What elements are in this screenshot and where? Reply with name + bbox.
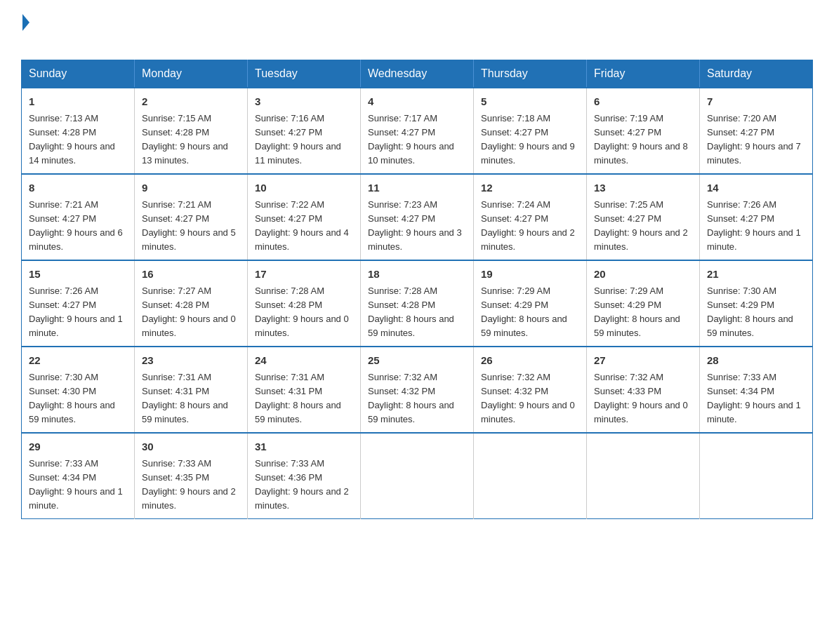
day-info: Sunrise: 7:16 AMSunset: 4:27 PMDaylight:… <box>255 113 341 166</box>
day-info: Sunrise: 7:31 AMSunset: 4:31 PMDaylight:… <box>255 372 341 424</box>
day-number: 12 <box>481 180 579 196</box>
day-info: Sunrise: 7:26 AMSunset: 4:27 PMDaylight:… <box>707 199 801 252</box>
calendar-cell: 8 Sunrise: 7:21 AMSunset: 4:27 PMDayligh… <box>22 174 135 260</box>
day-number: 8 <box>29 180 127 196</box>
day-number: 27 <box>594 353 692 369</box>
day-info: Sunrise: 7:25 AMSunset: 4:27 PMDaylight:… <box>594 199 688 252</box>
day-number: 14 <box>707 180 805 196</box>
calendar-cell: 21 Sunrise: 7:30 AMSunset: 4:29 PMDaylig… <box>700 260 813 347</box>
day-info: Sunrise: 7:32 AMSunset: 4:32 PMDaylight:… <box>481 372 575 424</box>
day-number: 7 <box>707 94 805 110</box>
calendar-cell: 5 Sunrise: 7:18 AMSunset: 4:27 PMDayligh… <box>474 88 587 174</box>
calendar-cell: 22 Sunrise: 7:30 AMSunset: 4:30 PMDaylig… <box>22 347 135 433</box>
calendar-table: SundayMondayTuesdayWednesdayThursdayFrid… <box>21 60 813 519</box>
day-number: 15 <box>29 267 127 283</box>
calendar-header-row: SundayMondayTuesdayWednesdayThursdayFrid… <box>22 60 813 88</box>
calendar-cell: 19 Sunrise: 7:29 AMSunset: 4:29 PMDaylig… <box>474 260 587 347</box>
header-monday: Monday <box>135 60 248 88</box>
day-number: 10 <box>255 180 353 196</box>
calendar-cell: 16 Sunrise: 7:27 AMSunset: 4:28 PMDaylig… <box>135 260 248 347</box>
day-info: Sunrise: 7:30 AMSunset: 4:30 PMDaylight:… <box>29 372 115 424</box>
calendar-cell: 29 Sunrise: 7:33 AMSunset: 4:34 PMDaylig… <box>22 433 135 519</box>
header-sunday: Sunday <box>22 60 135 88</box>
day-info: Sunrise: 7:19 AMSunset: 4:27 PMDaylight:… <box>594 113 688 166</box>
day-number: 23 <box>142 353 240 369</box>
day-number: 26 <box>481 353 579 369</box>
calendar-cell: 14 Sunrise: 7:26 AMSunset: 4:27 PMDaylig… <box>700 174 813 260</box>
calendar-cell: 13 Sunrise: 7:25 AMSunset: 4:27 PMDaylig… <box>587 174 700 260</box>
day-number: 19 <box>481 267 579 283</box>
calendar-cell: 31 Sunrise: 7:33 AMSunset: 4:36 PMDaylig… <box>248 433 361 519</box>
day-info: Sunrise: 7:13 AMSunset: 4:28 PMDaylight:… <box>29 113 115 166</box>
day-info: Sunrise: 7:33 AMSunset: 4:35 PMDaylight:… <box>142 458 236 511</box>
day-number: 17 <box>255 267 353 283</box>
calendar-cell: 25 Sunrise: 7:32 AMSunset: 4:32 PMDaylig… <box>361 347 474 433</box>
calendar-cell <box>587 433 700 519</box>
day-info: Sunrise: 7:21 AMSunset: 4:27 PMDaylight:… <box>142 199 236 252</box>
day-info: Sunrise: 7:24 AMSunset: 4:27 PMDaylight:… <box>481 199 575 252</box>
calendar-cell: 12 Sunrise: 7:24 AMSunset: 4:27 PMDaylig… <box>474 174 587 260</box>
day-number: 28 <box>707 353 805 369</box>
calendar-cell: 28 Sunrise: 7:33 AMSunset: 4:34 PMDaylig… <box>700 347 813 433</box>
calendar-cell: 30 Sunrise: 7:33 AMSunset: 4:35 PMDaylig… <box>135 433 248 519</box>
calendar-cell <box>361 433 474 519</box>
day-info: Sunrise: 7:33 AMSunset: 4:34 PMDaylight:… <box>707 372 801 424</box>
calendar-cell: 2 Sunrise: 7:15 AMSunset: 4:28 PMDayligh… <box>135 88 248 174</box>
day-number: 2 <box>142 94 240 110</box>
day-info: Sunrise: 7:21 AMSunset: 4:27 PMDaylight:… <box>29 199 123 252</box>
calendar-week-row: 1 Sunrise: 7:13 AMSunset: 4:28 PMDayligh… <box>22 88 813 174</box>
day-info: Sunrise: 7:32 AMSunset: 4:33 PMDaylight:… <box>594 372 688 424</box>
calendar-week-row: 29 Sunrise: 7:33 AMSunset: 4:34 PMDaylig… <box>22 433 813 519</box>
day-info: Sunrise: 7:33 AMSunset: 4:34 PMDaylight:… <box>29 458 123 511</box>
calendar-cell: 26 Sunrise: 7:32 AMSunset: 4:32 PMDaylig… <box>474 347 587 433</box>
day-number: 1 <box>29 94 127 110</box>
day-info: Sunrise: 7:26 AMSunset: 4:27 PMDaylight:… <box>29 286 123 338</box>
calendar-cell: 20 Sunrise: 7:29 AMSunset: 4:29 PMDaylig… <box>587 260 700 347</box>
day-info: Sunrise: 7:30 AMSunset: 4:29 PMDaylight:… <box>707 286 793 338</box>
header-thursday: Thursday <box>474 60 587 88</box>
day-number: 25 <box>368 353 466 369</box>
header-friday: Friday <box>587 60 700 88</box>
day-info: Sunrise: 7:31 AMSunset: 4:31 PMDaylight:… <box>142 372 228 424</box>
day-info: Sunrise: 7:22 AMSunset: 4:27 PMDaylight:… <box>255 199 349 252</box>
calendar-week-row: 15 Sunrise: 7:26 AMSunset: 4:27 PMDaylig… <box>22 260 813 347</box>
header-wednesday: Wednesday <box>361 60 474 88</box>
calendar-cell: 17 Sunrise: 7:28 AMSunset: 4:28 PMDaylig… <box>248 260 361 347</box>
calendar-cell: 10 Sunrise: 7:22 AMSunset: 4:27 PMDaylig… <box>248 174 361 260</box>
calendar-cell: 24 Sunrise: 7:31 AMSunset: 4:31 PMDaylig… <box>248 347 361 433</box>
calendar-cell: 3 Sunrise: 7:16 AMSunset: 4:27 PMDayligh… <box>248 88 361 174</box>
day-info: Sunrise: 7:15 AMSunset: 4:28 PMDaylight:… <box>142 113 228 166</box>
calendar-cell: 27 Sunrise: 7:32 AMSunset: 4:33 PMDaylig… <box>587 347 700 433</box>
calendar-week-row: 8 Sunrise: 7:21 AMSunset: 4:27 PMDayligh… <box>22 174 813 260</box>
calendar-week-row: 22 Sunrise: 7:30 AMSunset: 4:30 PMDaylig… <box>22 347 813 433</box>
day-info: Sunrise: 7:28 AMSunset: 4:28 PMDaylight:… <box>255 286 349 338</box>
calendar-cell: 23 Sunrise: 7:31 AMSunset: 4:31 PMDaylig… <box>135 347 248 433</box>
day-number: 31 <box>255 439 353 455</box>
day-number: 13 <box>594 180 692 196</box>
calendar-cell <box>700 433 813 519</box>
day-info: Sunrise: 7:27 AMSunset: 4:28 PMDaylight:… <box>142 286 236 338</box>
day-info: Sunrise: 7:28 AMSunset: 4:28 PMDaylight:… <box>368 286 454 338</box>
day-number: 20 <box>594 267 692 283</box>
day-number: 4 <box>368 94 466 110</box>
calendar-cell <box>474 433 587 519</box>
day-info: Sunrise: 7:17 AMSunset: 4:27 PMDaylight:… <box>368 113 454 166</box>
day-number: 22 <box>29 353 127 369</box>
day-info: Sunrise: 7:32 AMSunset: 4:32 PMDaylight:… <box>368 372 454 424</box>
calendar-cell: 4 Sunrise: 7:17 AMSunset: 4:27 PMDayligh… <box>361 88 474 174</box>
day-info: Sunrise: 7:20 AMSunset: 4:27 PMDaylight:… <box>707 113 801 166</box>
day-number: 9 <box>142 180 240 196</box>
day-number: 3 <box>255 94 353 110</box>
page-header <box>21 14 813 46</box>
logo-triangle-icon <box>22 14 29 31</box>
day-info: Sunrise: 7:18 AMSunset: 4:27 PMDaylight:… <box>481 113 575 166</box>
calendar-cell: 6 Sunrise: 7:19 AMSunset: 4:27 PMDayligh… <box>587 88 700 174</box>
day-info: Sunrise: 7:33 AMSunset: 4:36 PMDaylight:… <box>255 458 349 511</box>
calendar-cell: 7 Sunrise: 7:20 AMSunset: 4:27 PMDayligh… <box>700 88 813 174</box>
day-number: 30 <box>142 439 240 455</box>
calendar-cell: 1 Sunrise: 7:13 AMSunset: 4:28 PMDayligh… <box>22 88 135 174</box>
day-number: 5 <box>481 94 579 110</box>
header-tuesday: Tuesday <box>248 60 361 88</box>
calendar-cell: 11 Sunrise: 7:23 AMSunset: 4:27 PMDaylig… <box>361 174 474 260</box>
day-number: 16 <box>142 267 240 283</box>
